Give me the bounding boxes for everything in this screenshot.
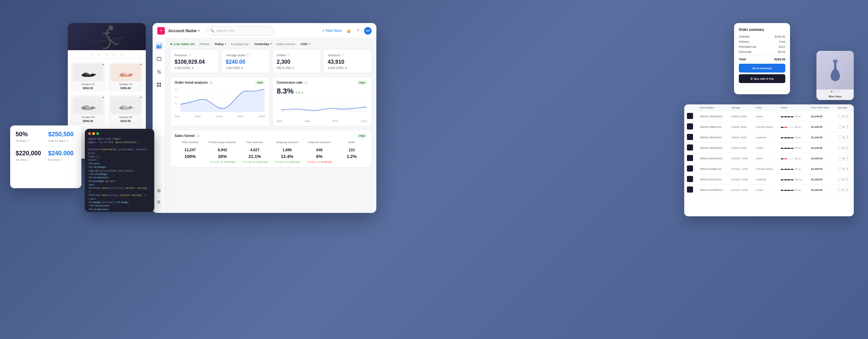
code-line-12: <div> <box>88 183 151 187</box>
catalog-product-2[interactable]: Sneaker 05 $295.00 ♥ <box>71 95 105 125</box>
order-row-subtotal: Subtotal $230.00 <box>739 35 785 38</box>
favorite-icon-2[interactable]: ♥ <box>102 96 104 99</box>
checkout-button[interactable]: Go to checkout <box>739 64 785 73</box>
sidebar-bottom: ⊕ ⚙ <box>155 186 163 210</box>
row-qty-6[interactable]: − 0 + <box>835 174 854 185</box>
table-row[interactable]: S0523U-256BLK-EU 256GB | 8GB Phantom Bla… <box>684 122 854 132</box>
funnel-col-3: Shipping sessions <box>272 141 302 144</box>
code-line-6: <FS.Card> <box>88 162 151 166</box>
favorite-icon-0[interactable]: ♥ <box>102 63 104 66</box>
qty-value-1: 0 <box>843 126 844 128</box>
qty-minus-3[interactable]: − <box>837 146 842 150</box>
table-row[interactable]: S0523U-256LVD-EU 256GB | 8GB Lavender 90… <box>684 132 854 143</box>
qty-plus-0[interactable]: + <box>845 114 849 118</box>
row-qty-0[interactable]: − 0 + <box>835 111 854 122</box>
svg-rect-3 <box>161 44 161 48</box>
catalog-nav-item-0[interactable]: — <box>89 52 95 57</box>
sidebar-item-catalog[interactable] <box>155 55 163 63</box>
vase-dot-1[interactable] <box>833 91 835 92</box>
close-button[interactable] <box>88 132 91 135</box>
metric-orders: Orders ⓘ 2,300 332 (1.2%) ▲ <box>272 49 321 73</box>
row-qty-4[interactable]: − 0 + <box>835 153 854 164</box>
product-name-0: Sneaker 23 <box>73 83 103 86</box>
qty-minus-5[interactable]: − <box>837 167 842 171</box>
table-row[interactable]: S0523U-256CRM-EU 256GB | 8GB Cream 40 un… <box>684 143 854 153</box>
vase-dot-3[interactable] <box>838 91 840 92</box>
col-header-qty: Quantity <box>835 104 854 111</box>
order-row-tax: Estimated tax $110 <box>739 45 785 48</box>
maximize-button[interactable] <box>96 132 99 135</box>
table-row[interactable]: S0523U-256GRN-EU 256GB | 8GB Green 89 un… <box>684 111 854 122</box>
qty-minus-0[interactable]: − <box>837 114 842 118</box>
catalog-nav-item-4[interactable]: — <box>119 52 124 57</box>
metric-revenue-value: $108,929.04 <box>175 59 214 65</box>
sidebar-item-plus[interactable]: ⊕ <box>155 186 163 195</box>
qty-minus-2[interactable]: − <box>837 135 842 139</box>
sidebar-item-analytics[interactable] <box>155 42 163 50</box>
row-qty-1[interactable]: − 0 + <box>835 122 854 132</box>
qty-plus-6[interactable]: + <box>845 177 849 181</box>
qty-plus-7[interactable]: + <box>845 188 849 192</box>
vase-dot-0[interactable] <box>831 91 832 92</box>
funnel-pct-0: 100% <box>175 154 205 159</box>
qty-plus-1[interactable]: + <box>845 125 849 129</box>
bell-icon[interactable]: 🔔 <box>345 27 352 34</box>
vase-dot-2[interactable] <box>836 91 837 92</box>
blue-vase-panel: Blue Vase <box>816 51 854 100</box>
minimize-button[interactable] <box>92 132 95 135</box>
sales-source-selector[interactable]: USD <box>301 42 310 46</box>
svg-point-26 <box>120 74 124 77</box>
sidebar-item-settings[interactable]: ⚙ <box>155 198 163 206</box>
info-icon-9: ⓘ <box>66 139 69 143</box>
qty-value-0: 0 <box>843 115 844 118</box>
row-qty-3[interactable]: − 0 + <box>835 143 854 153</box>
high-badge-funnel: High <box>357 134 367 138</box>
qty-plus-5[interactable]: + <box>845 167 849 171</box>
view-store-button[interactable]: ↗ View Store <box>322 29 342 33</box>
catalog-product-1[interactable]: Sneaker 04 $395.00 ♥ <box>108 62 143 92</box>
total-spend-value: $250,500 <box>48 131 76 138</box>
row-color-4: Green <box>753 153 778 164</box>
live-status: Live Sales On <box>170 42 195 46</box>
table-row[interactable]: S0523U-512LVD-EU 521GB | 12GB Lavender 1… <box>684 174 854 185</box>
funnel-val-4: 648 <box>304 148 335 152</box>
help-icon[interactable]: ? <box>355 27 361 34</box>
row-qty-5[interactable]: − 0 + <box>835 164 854 174</box>
qty-plus-4[interactable]: + <box>845 156 849 160</box>
table-row[interactable]: S0523U-512BLK-EU 521GB | 12GB Phantom Bl… <box>684 164 854 174</box>
period-selector[interactable]: Today <box>214 42 226 46</box>
user-avatar[interactable]: GH <box>364 27 372 35</box>
row-qty-2[interactable]: − 0 + <box>835 132 854 143</box>
catalog-nav-item-1[interactable]: — <box>97 52 102 57</box>
sidebar-item-grid[interactable] <box>155 81 163 89</box>
qty-minus-4[interactable]: − <box>837 156 842 160</box>
catalog-nav-item-2[interactable]: — <box>104 52 110 57</box>
row-sku-1: S0523U-256BLK-EU <box>697 122 729 132</box>
inventory-tbody: S0523U-256GRN-EU 256GB | 8GB Green 89 un… <box>684 111 854 195</box>
row-sku-0: S0523U-256GRN-EU <box>697 111 729 122</box>
qty-plus-2[interactable]: + <box>845 135 849 139</box>
qty-plus-3[interactable]: + <box>845 146 849 150</box>
qty-minus-7[interactable]: − <box>837 188 842 192</box>
catalog-nav-item-3[interactable]: — <box>112 52 117 57</box>
qty-minus-6[interactable]: − <box>837 177 842 181</box>
gpay-button[interactable]: G Buy with G Pay <box>739 74 785 83</box>
funnel-pct-3: 12.4% <box>272 154 302 159</box>
table-row[interactable]: S0523U-512GRN-EU 521GB | 12GB Green 18 u… <box>684 153 854 164</box>
account-name-button[interactable]: Account Name <box>168 28 200 33</box>
code-line-14: <FS.Price value={price} variant='selling… <box>88 194 151 197</box>
compare-selector[interactable]: Yesterday <box>254 42 272 46</box>
chart-labels-conversion: 0AM 6AM 6PM 12PM <box>277 120 367 123</box>
table-row[interactable]: S0523U-512GRM-EU 521GB | 12GB Cream 64 u… <box>684 185 854 195</box>
product-img-3 <box>110 97 141 114</box>
favorite-icon-1[interactable]: ♥ <box>140 63 142 66</box>
catalog-product-0[interactable]: Sneaker 23 $350.00 ♥ <box>71 62 105 92</box>
row-qty-7[interactable]: − 0 + <box>835 185 854 195</box>
catalog-product-3[interactable]: Sneaker 06 $310.00 ♥ <box>108 95 143 125</box>
row-price-7: $1,329.90 <box>808 185 835 195</box>
search-bar[interactable]: 🔍 Search VTEX <box>206 26 274 36</box>
svg-rect-7 <box>157 83 159 84</box>
favorite-icon-3[interactable]: ♥ <box>140 96 142 99</box>
qty-minus-1[interactable]: − <box>837 125 842 129</box>
sidebar-item-promotions[interactable] <box>155 68 163 76</box>
